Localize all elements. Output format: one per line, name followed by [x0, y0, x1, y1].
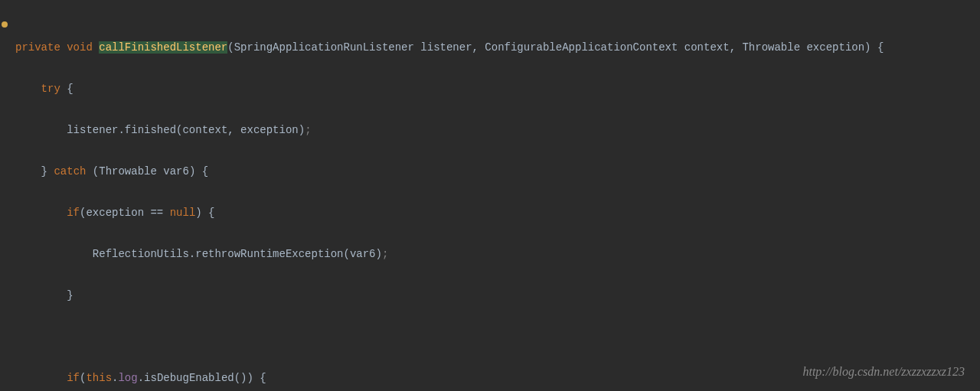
method-call: isDebugEnabled: [144, 372, 234, 384]
identifier: var6: [350, 248, 376, 260]
brace: {: [877, 41, 884, 54]
code-line: try {: [15, 79, 980, 99]
code-line: [15, 327, 980, 347]
code-line: } catch (Throwable var6) {: [15, 161, 980, 182]
param-name: context: [684, 41, 730, 54]
class-name: ReflectionUtils: [93, 248, 189, 260]
brace: {: [67, 83, 73, 95]
paren: ): [864, 41, 871, 54]
gutter-override-icon[interactable]: [2, 21, 8, 28]
keyword-if: if: [67, 207, 80, 219]
keyword-null: null: [170, 207, 196, 219]
keyword-catch: catch: [54, 165, 86, 178]
param-name: listener: [420, 41, 472, 54]
keyword-private: private: [15, 41, 60, 54]
keyword-this: this: [86, 372, 112, 384]
keyword-void: void: [67, 41, 93, 54]
identifier: context: [182, 124, 227, 136]
param-name: exception: [806, 41, 864, 54]
code-line: if(exception == null) {: [15, 203, 980, 223]
identifier: exception: [240, 124, 299, 136]
watermark-text: http://blog.csdn.net/zxzzxzzxz123: [802, 361, 965, 382]
comma: ,: [472, 41, 479, 54]
code-editor[interactable]: private void callFinishedListener(Spring…: [0, 0, 980, 391]
keyword-try: try: [41, 83, 60, 95]
identifier: var6: [163, 165, 189, 178]
param-type: ConfigurableApplicationContext: [485, 41, 678, 54]
param-type: Throwable: [742, 41, 800, 54]
method-call: finished: [125, 124, 176, 136]
code-line: private void callFinishedListener(Spring…: [15, 37, 980, 58]
field: log: [118, 372, 137, 384]
method-name-highlighted: callFinishedListener: [99, 41, 227, 54]
comma: ,: [730, 41, 736, 54]
identifier: listener: [67, 124, 118, 136]
type: Throwable: [99, 165, 157, 178]
keyword-if: if: [67, 372, 80, 384]
paren: (: [227, 41, 234, 54]
identifier: exception: [86, 207, 144, 219]
code-line: ReflectionUtils.rethrowRuntimeException(…: [15, 244, 980, 265]
param-type: SpringApplicationRunListener: [234, 41, 414, 54]
code-line: listener.finished(context, exception);: [15, 120, 980, 141]
code-line: }: [15, 285, 980, 306]
method-call: rethrowRuntimeException: [195, 248, 343, 260]
